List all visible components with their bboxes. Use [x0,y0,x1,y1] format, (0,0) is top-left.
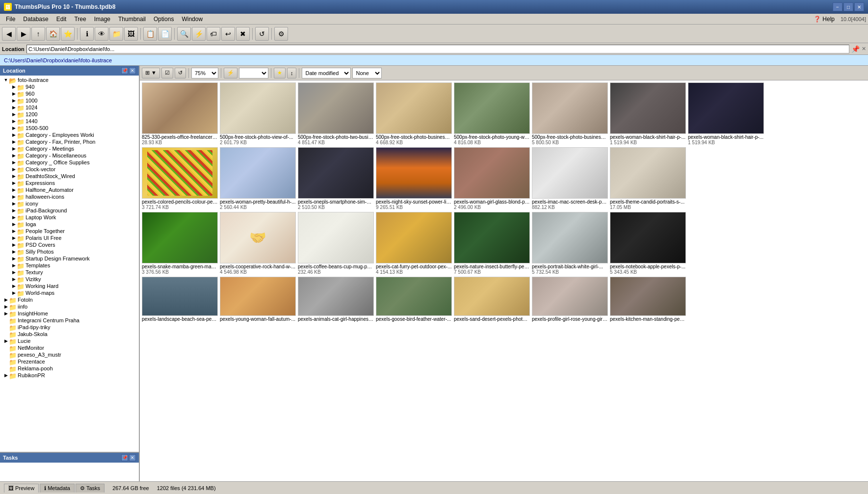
thumb-item[interactable]: pexels-imac-mac-screen-desk-pex-... 882.… [532,147,608,210]
rotate-button[interactable]: ↺ [255,27,269,41]
tree-arrow-iinfo[interactable]: ▶ [3,304,9,310]
tree-arrow-ipad-bg[interactable]: ▶ [11,208,17,213]
filter-button[interactable]: ⚡ [192,27,206,41]
move-button[interactable]: ↩ [221,27,235,41]
tree-item-jakub[interactable]: ▶ 📁 Jakub-Skola [0,331,139,338]
tree-arrow-940[interactable]: ▶ [11,84,17,90]
tree-item-pexeso[interactable]: ▶ 📁 pexeso_A3_mustr [0,351,139,358]
zoom-select[interactable]: 75% 50% 100% 150% [191,68,218,78]
thumb-item[interactable]: pexels-theme-candid-portraits-s-... 17.0… [610,147,686,210]
tab-preview[interactable]: 🖼 Preview [4,484,39,493]
thumb-item[interactable]: pexels-sand-desert-pexels-photo-... [454,277,530,322]
tree-item-iinfo[interactable]: ▶ 📁 iinfo [0,303,139,310]
thumb-item[interactable]: 500px-free-stock-photo-business-... 5 80… [532,82,608,145]
tree-item-1500-500[interactable]: ▶ 📁 1500-500 [0,125,139,131]
view-mode-button[interactable]: ⊞ ▼ [142,68,160,78]
sort-select[interactable]: Date modified Name Size Type [302,68,351,78]
thumb-item[interactable]: 🤝 pexels-cooperative-rock-hand-w-... 4 5… [220,212,296,275]
copy-button[interactable]: 📋 [143,27,157,41]
location-input[interactable] [26,45,849,53]
thumb-item[interactable]: pexels-profile-girl-rose-young-gir-... [532,277,608,322]
thumb-item[interactable]: pexels-colored-pencils-colour-pe-... 3 7… [142,147,218,210]
tree-item-working-hard[interactable]: ▶ 📁 Working Hard [0,283,139,289]
tree-arrow-working[interactable]: ▶ [11,283,17,289]
location-close[interactable]: ✕ [862,46,866,52]
menu-thumbnail[interactable]: Thumbnail [114,15,150,24]
image-button[interactable]: 🖼 [124,27,138,41]
tree-arrow-icony[interactable]: ▶ [11,201,17,207]
tab-tasks[interactable]: ⚙ Tasks [76,484,105,493]
tree-item-1200[interactable]: ▶ 📁 1200 [0,111,139,118]
tree-item-1440[interactable]: ▶ 📁 1440 [0,118,139,125]
tree-item-cat-fax[interactable]: ▶ 📁 Category - Fax, Printer, Phon [0,138,139,145]
thumb-item[interactable]: pexels-woman-black-shirt-hair-p-... 1 51… [610,82,686,145]
thumb-item[interactable]: pexels-coffee-beans-cup-mug-pe-... 232.4… [298,212,374,275]
tree-arrow-cat-misc[interactable]: ▶ [11,153,17,158]
tree-item-cat-office[interactable]: ▶ 📁 Category _ Office Supplies [0,159,139,166]
tree-arrow-polaris[interactable]: ▶ [11,235,17,241]
tree-item-reklama[interactable]: ▶ 📁 Reklama-pooh [0,365,139,372]
tree-item-ioga[interactable]: ▶ 📁 Ioga [0,221,139,228]
tree-item-1024[interactable]: ▶ 📁 1024 [0,104,139,111]
tree-item-psd-covers[interactable]: ▶ 📁 PSD Covers [0,241,139,248]
thumb-item[interactable]: pexels-night-sky-sunset-power-li-... 9 2… [376,147,452,210]
tree-item-prezentace[interactable]: ▶ 📁 Prezentace [0,358,139,365]
menu-window[interactable]: Window [178,15,207,24]
thumb-item[interactable]: pexels-woman-black-shirt-hair-p-... 1 51… [688,82,764,145]
tree-item-ipad-bg[interactable]: ▶ 📁 iPad-Background [0,207,139,214]
menu-database[interactable]: Database [19,15,52,24]
thumb-item[interactable]: pexels-notebook-apple-pexels-p-... 5 343… [610,212,686,275]
thumb-item[interactable]: 500px-free-stock-photo-young-w-... 4 816… [454,82,530,145]
tree-arrow-lucie[interactable]: ▶ [3,338,9,344]
tree-arrow-1200[interactable]: ▶ [11,111,17,117]
menu-tree[interactable]: Tree [70,15,90,24]
thumb-item[interactable]: pexels-young-woman-fall-autum-... [220,277,296,322]
select-all-button[interactable]: ☑ [161,68,173,78]
thumb-item[interactable]: pexels-animals-cat-girl-happiness-... [298,277,374,322]
menu-image[interactable]: Image [90,15,114,24]
tab-metadata[interactable]: ℹ Metadata [40,484,75,493]
tree-arrow-people[interactable]: ▶ [11,228,17,234]
tree-arrow-cat-employees[interactable]: ▶ [11,132,17,138]
search-button[interactable]: 🔍 [177,27,191,41]
tree-arrow-silly[interactable]: ▶ [11,249,17,255]
tree-item-deathtostock[interactable]: ▶ 📁 DeathtoStock_Wired [0,173,139,180]
bookmark-button[interactable]: ⭐ [61,27,75,41]
tree-item-world-maps[interactable]: ▶ 📁 World-maps [0,289,139,296]
minimize-button[interactable]: − [833,2,842,11]
filter-select[interactable] [239,68,268,78]
tree-arrow-ioga[interactable]: ▶ [11,221,17,227]
tree-item-cat-misc[interactable]: ▶ 📁 Category - Miscellaneous [0,152,139,159]
restore-button[interactable]: □ [843,2,853,11]
view-button[interactable]: 👁 [95,27,108,41]
tree-item-960[interactable]: ▶ 📁 960 [0,90,139,97]
tree-item-textury[interactable]: ▶ 📁 Textury [0,269,139,276]
tree-item-netmonitor[interactable]: ▶ 📁 NetMonitor [0,344,139,351]
menu-file[interactable]: File [2,15,19,24]
tree-arrow-clock[interactable]: ▶ [11,166,17,172]
thumb-item[interactable]: pexels-goose-bird-feather-water-... [376,277,452,322]
tree-arrow-halloween[interactable]: ▶ [11,194,17,200]
pin-icon[interactable]: 📌 [851,45,860,53]
thumb-item[interactable]: pexels-woman-pretty-beautiful-h-... 2 56… [220,147,296,210]
thumb-item[interactable]: pexels-nature-insect-butterfly-pe-... 7 … [454,212,530,275]
refresh-button[interactable]: ↺ [175,68,186,78]
color-button[interactable]: ★ [274,68,286,78]
tree-arrow-fotoln[interactable]: ▶ [3,297,9,303]
thumb-item[interactable]: pexels-cat-furry-pet-outdoor-pex-... 4 1… [376,212,452,275]
forward-button[interactable]: ▶ [17,27,30,41]
tree-arrow-cat-fax[interactable]: ▶ [11,139,17,145]
thumb-item[interactable]: pexels-snake-mamba-green-mam-... 3 376.5… [142,212,218,275]
tree-item-vizitky[interactable]: ▶ 📁 Vizitky [0,276,139,283]
info-button[interactable]: ℹ [80,27,94,41]
tree-arrow-cat-meetings[interactable]: ▶ [11,146,17,152]
tree-item-clock-vector[interactable]: ▶ 📁 Clock-vector [0,166,139,173]
sidebar-pin-button[interactable]: 📌 [121,67,128,74]
tree-arrow-1024[interactable]: ▶ [11,104,17,110]
tree-arrow-world[interactable]: ▶ [11,290,17,296]
tree-item-polaris[interactable]: ▶ 📁 Polaris UI Free [0,234,139,241]
tree-arrow-death[interactable]: ▶ [11,173,17,179]
tree-arrow-expr[interactable]: ▶ [11,180,17,186]
tree-item-halftone[interactable]: ▶ 📁 Halftone_Automator [0,186,139,193]
tree-arrow-vizitky[interactable]: ▶ [11,276,17,282]
